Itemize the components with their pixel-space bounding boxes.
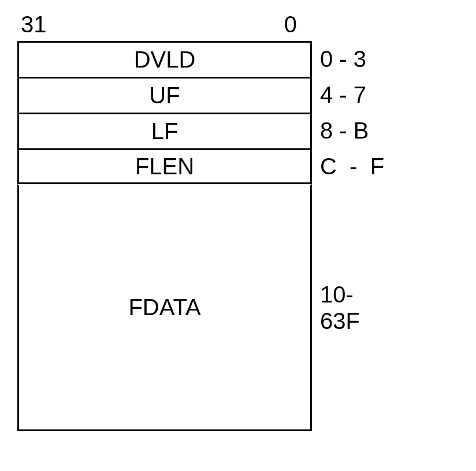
bit-msb: 31 (21, 12, 47, 38)
field-row: FLEN C - F (17, 148, 384, 184)
addr-flen: C - F (312, 148, 384, 184)
memory-layout-diagram: 31 0 DVLD 0 - 3 UF 4 - 7 LF 8 - B FLEN C… (17, 12, 384, 431)
addr-uf: 4 - 7 (312, 77, 366, 113)
field-uf: UF (17, 77, 312, 113)
field-fdata: FDATA (17, 184, 312, 431)
field-row: UF 4 - 7 (17, 77, 384, 113)
field-row: DVLD 0 - 3 (17, 41, 384, 77)
addr-fdata-line2: 63F (320, 308, 360, 334)
field-flen: FLEN (17, 148, 312, 184)
field-row: LF 8 - B (17, 113, 384, 148)
field-lf: LF (17, 113, 312, 148)
field-dvld: DVLD (17, 41, 312, 77)
addr-lf: 8 - B (312, 113, 369, 148)
addr-dvld: 0 - 3 (312, 41, 366, 77)
bit-lsb: 0 (284, 12, 297, 38)
field-row-data: FDATA 10- 63F (17, 184, 384, 431)
addr-fdata: 10- 63F (312, 184, 360, 431)
addr-fdata-line1: 10- (320, 281, 354, 308)
bit-header: 31 0 (17, 12, 312, 38)
